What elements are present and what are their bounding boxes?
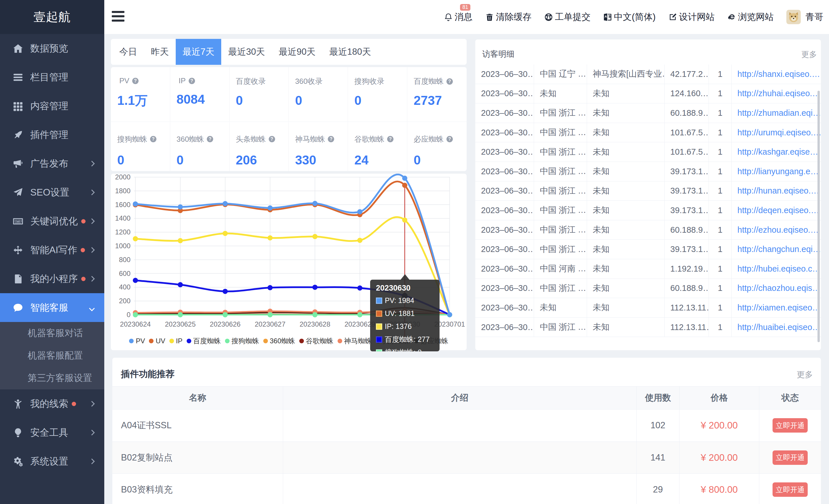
svg-text:0: 0 <box>127 311 131 319</box>
svg-text:200: 200 <box>119 297 131 305</box>
svg-text:400: 400 <box>119 283 131 291</box>
svg-text:1000: 1000 <box>115 242 131 250</box>
svg-text:1800: 1800 <box>115 187 131 195</box>
svg-text:800: 800 <box>119 256 131 263</box>
svg-text:2000: 2000 <box>115 174 131 181</box>
svg-text:1200: 1200 <box>115 228 131 236</box>
svg-text:1600: 1600 <box>115 201 131 209</box>
svg-text:1400: 1400 <box>115 214 131 222</box>
svg-text:20230628: 20230628 <box>299 320 330 328</box>
svg-text:20230625: 20230625 <box>165 320 196 328</box>
svg-text:20230624: 20230624 <box>120 320 151 328</box>
svg-text:600: 600 <box>119 269 131 277</box>
svg-text:20230626: 20230626 <box>210 320 241 328</box>
svg-text:20230627: 20230627 <box>255 320 285 328</box>
